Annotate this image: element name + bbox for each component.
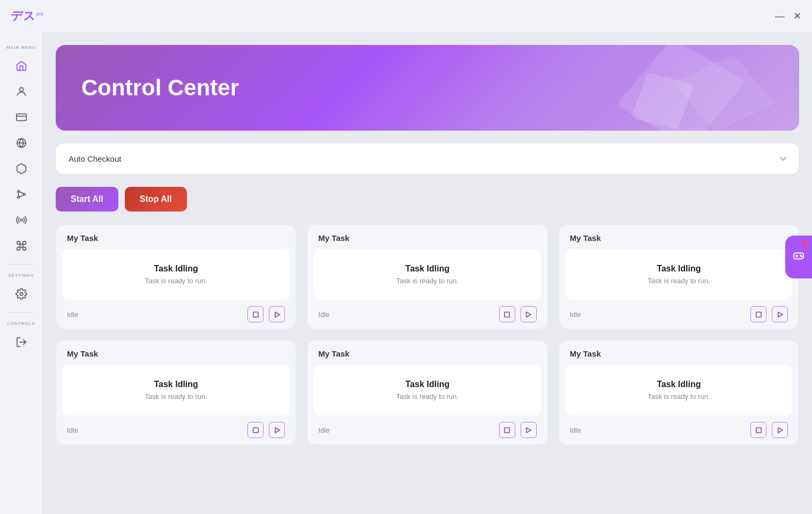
task-card-header: My Task (307, 341, 547, 365)
sidebar-item-user[interactable] (10, 80, 33, 103)
gamepad-icon (793, 250, 805, 264)
task-play-button[interactable] (269, 422, 285, 438)
task-idle-label: Idle (318, 311, 329, 319)
task-card-footer: Idle (559, 300, 799, 329)
sidebar-item-link[interactable] (10, 183, 33, 206)
task-stop-button[interactable] (499, 306, 515, 322)
svg-point-8 (20, 219, 22, 221)
task-stop-button[interactable] (750, 422, 766, 438)
svg-marker-23 (527, 427, 531, 432)
task-card-body: Task Idling Task is ready to run. (566, 365, 792, 415)
task-card-body: Task Idling Task is ready to run. (63, 249, 289, 300)
task-status-desc: Task is ready to run. (325, 392, 530, 400)
task-status-title: Task Idling (73, 264, 279, 274)
svg-point-13 (801, 256, 802, 257)
content-area: Control Center Auto Checkout Manual Chec… (43, 32, 812, 514)
task-actions (247, 422, 285, 438)
auto-checkout-dropdown[interactable]: Auto Checkout Manual Checkout Express Ch… (58, 146, 797, 172)
task-actions (499, 306, 537, 322)
task-stop-button[interactable] (247, 306, 264, 322)
logo-badge: pro (36, 11, 43, 17)
task-card-footer: Idle (56, 300, 296, 329)
sidebar-item-command[interactable] (10, 234, 33, 258)
task-status-desc: Task is ready to run. (576, 392, 781, 400)
task-grid: My Task Task Idling Task is ready to run… (56, 224, 799, 445)
task-card-body: Task Idling Task is ready to run. (314, 249, 540, 300)
sidebar-item-globe[interactable] (10, 131, 33, 155)
svg-rect-1 (16, 114, 26, 121)
task-card: My Task Task Idling Task is ready to run… (307, 340, 547, 445)
sidebar-item-home[interactable] (10, 54, 33, 78)
sidebar-item-card[interactable] (10, 105, 33, 129)
logo-text: デス (11, 8, 35, 24)
sidebar: MAIN MENU SET (0, 32, 43, 514)
close-button[interactable]: ✕ (793, 11, 801, 21)
task-idle-label: Idle (67, 311, 78, 319)
task-actions (499, 422, 537, 438)
task-card-footer: Idle (307, 415, 547, 444)
task-status-title: Task Idling (325, 264, 530, 274)
task-status-title: Task Idling (73, 380, 279, 389)
task-card: My Task Task Idling Task is ready to run… (56, 340, 296, 445)
svg-marker-21 (275, 427, 280, 432)
task-play-button[interactable] (772, 306, 788, 322)
task-play-button[interactable] (269, 306, 285, 322)
start-all-button[interactable]: Start All (56, 187, 118, 211)
task-status-title: Task Idling (325, 380, 530, 389)
task-status-desc: Task is ready to run. (325, 277, 530, 285)
task-card-header: My Task (56, 341, 296, 365)
app-logo: デス pro (11, 8, 43, 24)
svg-rect-22 (505, 427, 509, 432)
svg-rect-24 (756, 427, 761, 432)
window-controls: — ✕ (775, 11, 801, 21)
task-card-body: Task Idling Task is ready to run. (314, 365, 540, 415)
task-card: My Task Task Idling Task is ready to run… (307, 224, 547, 329)
sidebar-item-logout[interactable] (10, 330, 33, 354)
task-idle-label: Idle (570, 426, 581, 434)
stop-all-button[interactable]: Stop All (125, 187, 187, 211)
sidebar-section-settings: SETTINGS (0, 273, 42, 278)
sidebar-item-signal[interactable] (10, 208, 33, 232)
svg-rect-16 (505, 312, 509, 316)
svg-marker-25 (778, 427, 782, 432)
sidebar-item-settings[interactable] (10, 282, 33, 306)
notification-dot (802, 241, 807, 245)
svg-marker-17 (527, 312, 531, 316)
title-bar: デス pro — ✕ (0, 0, 812, 32)
task-card-body: Task Idling Task is ready to run. (566, 249, 792, 300)
svg-rect-18 (756, 312, 761, 316)
task-card: My Task Task Idling Task is ready to run… (56, 224, 296, 329)
task-card: My Task Task Idling Task is ready to run… (559, 340, 799, 445)
floating-action-button[interactable] (785, 236, 812, 278)
task-card: My Task Task Idling Task is ready to run… (559, 224, 799, 329)
sidebar-item-box[interactable] (10, 157, 33, 180)
task-status-desc: Task is ready to run. (576, 277, 781, 285)
svg-marker-19 (778, 312, 782, 316)
svg-rect-20 (253, 427, 258, 432)
task-play-button[interactable] (772, 422, 788, 438)
task-play-button[interactable] (521, 422, 537, 438)
task-actions (750, 422, 788, 438)
svg-marker-15 (275, 312, 280, 316)
task-stop-button[interactable] (750, 306, 766, 322)
task-stop-button[interactable] (247, 422, 264, 438)
task-status-desc: Task is ready to run. (73, 277, 279, 285)
svg-rect-14 (253, 312, 258, 316)
banner: Control Center (56, 45, 799, 131)
sidebar-divider-2 (8, 312, 35, 313)
task-status-title: Task Idling (576, 380, 781, 389)
svg-point-0 (19, 88, 23, 92)
task-card-header: My Task (307, 225, 547, 249)
task-play-button[interactable] (521, 306, 537, 322)
svg-point-9 (20, 292, 23, 296)
main-layout: MAIN MENU SET (0, 32, 812, 514)
minimize-button[interactable]: — (775, 11, 785, 21)
task-idle-label: Idle (318, 426, 329, 434)
task-stop-button[interactable] (499, 422, 515, 438)
sidebar-section-controls: CONTROLS (0, 321, 42, 326)
task-card-body: Task Idling Task is ready to run. (63, 365, 289, 415)
task-card-footer: Idle (559, 415, 799, 444)
task-card-header: My Task (559, 225, 799, 249)
action-buttons-row: Start All Stop All (56, 187, 799, 211)
dropdown-wrapper: Auto Checkout Manual Checkout Express Ch… (56, 143, 799, 174)
